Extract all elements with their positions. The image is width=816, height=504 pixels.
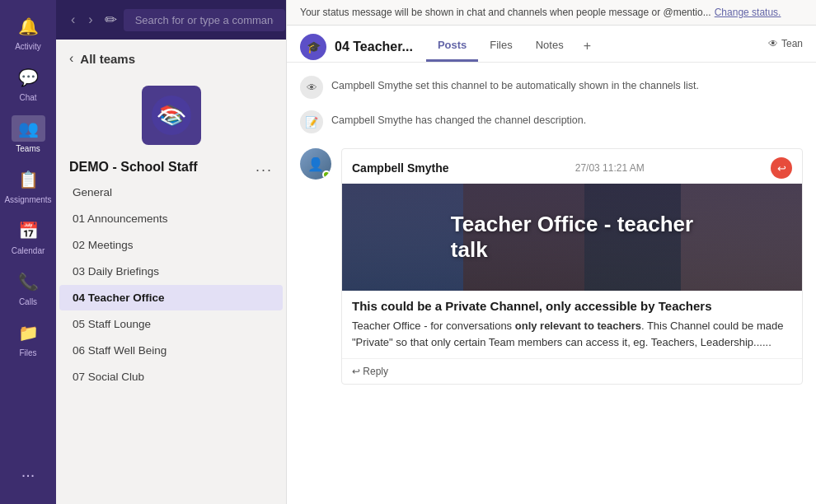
post-header: Campbell Smythe 27/03 11:21 AM ↩ [342, 149, 802, 184]
teams-icon: 👥 [12, 115, 45, 142]
chat-label: Chat [19, 93, 36, 102]
main-content: Your status message will be shown in cha… [287, 0, 816, 504]
team-more-button[interactable]: ... [256, 158, 273, 175]
channel-title: 04 Teacher... [335, 40, 413, 54]
channel-item-announcements[interactable]: 01 Announcements [59, 206, 283, 231]
files-icon: 📁 [12, 320, 45, 346]
post-time: 27/03 11:21 AM [575, 162, 645, 174]
activity-label: Activity [15, 42, 41, 51]
sidebar-item-teams[interactable]: 👥 Teams [0, 109, 56, 160]
more-icon: ··· [15, 462, 42, 488]
post-author: Campbell Smythe [352, 161, 448, 175]
teams-header: ‹ All teams [56, 40, 286, 77]
post-avatar: 👤 [300, 148, 331, 180]
channel-item-social-club[interactable]: 07 Social Club [59, 364, 283, 390]
tab-posts[interactable]: Posts [426, 32, 478, 62]
team-name: DEMO - School Staff [69, 160, 198, 175]
sidebar-item-assignments[interactable]: 📋 Assignments [0, 160, 56, 211]
back-button[interactable]: ‹ [66, 11, 80, 29]
chat-icon: 💬 [12, 64, 45, 91]
search-input[interactable] [124, 9, 285, 31]
change-status-link[interactable]: Change status. [715, 7, 781, 18]
system-text-2: Campbell Smythe has changed the channel … [331, 110, 586, 126]
sidebar-item-chat[interactable]: 💬 Chat [0, 58, 56, 109]
post-body-text: Teacher Office - for conversations [352, 320, 515, 332]
channel-tabs: Posts Files Notes + [426, 32, 768, 62]
eye-system-icon: 👁 [300, 76, 323, 99]
system-message-1: 👁 Campbell Smythe set this channel to be… [300, 72, 803, 102]
post-card: 👤 Campbell Smythe 27/03 11:21 AM ↩ [300, 148, 803, 385]
channel-list: General 01 Announcements 02 Meetings 03 … [56, 179, 286, 504]
assignments-icon: 📋 [12, 166, 45, 193]
back-to-teams-button[interactable]: ‹ [69, 51, 73, 66]
channel-icon: 🎓 [300, 34, 326, 60]
post-footer: ↩ Reply [342, 358, 802, 384]
activity-icon: 🔔 [12, 13, 45, 40]
icon-sidebar: 🔔 Activity 💬 Chat 👥 Teams 📋 Assignments … [0, 0, 56, 504]
status-message: Your status message will be shown in cha… [300, 7, 711, 18]
channel-item-general[interactable]: General [59, 180, 283, 205]
sidebar-item-more[interactable]: ··· [0, 455, 56, 494]
post-body: Campbell Smythe 27/03 11:21 AM ↩ [341, 148, 803, 385]
team-logo-section: 📚 [56, 77, 286, 152]
teams-label: Teams [16, 144, 40, 153]
assignments-label: Assignments [4, 195, 51, 204]
channel-item-teacher-office[interactable]: 04 Teacher Office [59, 285, 283, 310]
post-image: Teacher Office - teacher talk [342, 184, 802, 291]
team-logo-svg: 📚 [150, 94, 193, 137]
post-title: This could be a Private Channel, only ac… [352, 299, 792, 313]
forward-button[interactable]: › [83, 11, 97, 29]
channel-item-meetings[interactable]: 02 Meetings [59, 232, 283, 258]
calls-icon: 📞 [12, 268, 45, 295]
post-image-text: Teacher Office - teacher talk [438, 198, 706, 276]
all-teams-label: All teams [80, 52, 135, 66]
nav-arrows: ‹ › [66, 11, 98, 29]
calls-label: Calls [19, 297, 37, 306]
calendar-icon: 📅 [12, 217, 45, 244]
sidebar-item-files[interactable]: 📁 Files [0, 313, 56, 364]
post-content: This could be a Private Channel, only ac… [342, 291, 802, 358]
team-tag: 👁 Tean [768, 38, 803, 56]
online-indicator [322, 170, 331, 179]
post-body-bold: only relevant to teachers [515, 320, 641, 332]
posts-area: 👁 Campbell Smythe set this channel to be… [287, 63, 816, 504]
teams-panel: ‹ › ✏ Cath... ▾ C — ❐ ✕ ‹ All teams 📚 [56, 0, 287, 504]
sidebar-item-calendar[interactable]: 📅 Calendar [0, 211, 56, 262]
files-label: Files [19, 348, 36, 357]
top-bar: ‹ › ✏ Cath... ▾ C — ❐ ✕ [56, 0, 286, 40]
eye-icon: 👁 [768, 38, 778, 49]
tab-add-button[interactable]: + [575, 32, 599, 62]
post-image-line2: talk [451, 237, 488, 262]
team-tag-label: Tean [781, 38, 803, 49]
sidebar-item-activity[interactable]: 🔔 Activity [0, 7, 56, 58]
channel-item-staff-well-being[interactable]: 06 Staff Well Being [59, 338, 283, 363]
channel-header: 🎓 04 Teacher... Posts Files Notes + 👁 Te… [287, 26, 816, 63]
react-button[interactable]: ↩ [771, 157, 792, 179]
reply-button[interactable]: ↩ Reply [352, 366, 388, 377]
calendar-label: Calendar [12, 246, 45, 255]
team-logo: 📚 [142, 86, 201, 145]
system-text-1: Campbell Smythe set this channel to be a… [331, 76, 699, 91]
channel-item-staff-lounge[interactable]: 05 Staff Lounge [59, 311, 283, 337]
post-text: Teacher Office - for conversations only … [352, 318, 792, 350]
status-bar: Your status message will be shown in cha… [287, 0, 816, 26]
post-image-line1: Teacher Office - teacher [451, 212, 693, 236]
compose-button[interactable]: ✏ [105, 11, 117, 29]
sidebar-item-calls[interactable]: 📞 Calls [0, 262, 56, 313]
edit-system-icon: 📝 [300, 110, 323, 133]
channel-item-daily-briefings[interactable]: 03 Daily Briefings [59, 259, 283, 284]
system-message-2: 📝 Campbell Smythe has changed the channe… [300, 107, 803, 137]
tab-files[interactable]: Files [478, 32, 523, 62]
tab-notes[interactable]: Notes [524, 32, 575, 62]
team-name-row: DEMO - School Staff ... [56, 152, 286, 179]
post-actions: ↩ [771, 157, 792, 179]
